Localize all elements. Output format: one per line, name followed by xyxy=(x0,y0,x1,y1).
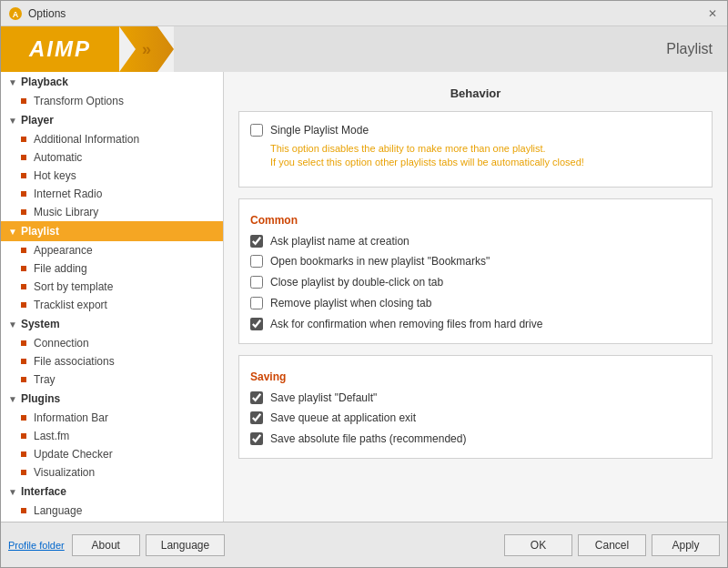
title-text: Options xyxy=(28,7,705,20)
svg-text:A: A xyxy=(13,10,19,19)
saving-option-1: Save queue at application exit xyxy=(250,411,701,426)
save-playlist-checkbox[interactable] xyxy=(250,391,263,404)
cancel-button[interactable]: Cancel xyxy=(578,534,646,556)
sidebar-item-visualization[interactable]: Visualization xyxy=(1,463,223,482)
sidebar-item-hot-keys[interactable]: Hot keys xyxy=(1,167,223,185)
remove-playlist-label: Remove playlist when closing tab xyxy=(270,296,431,311)
app-icon: A xyxy=(8,6,23,21)
chevron-down-icon: ▼ xyxy=(8,394,17,404)
sidebar-item-information-bar[interactable]: Information Bar xyxy=(1,409,223,427)
content-panel: Behavior Single Playlist Mode This optio… xyxy=(224,72,727,522)
sidebar-item-internet-radio[interactable]: Internet Radio xyxy=(1,185,223,203)
sidebar-item-file-adding[interactable]: File adding xyxy=(1,259,223,278)
section-header: Playlist xyxy=(545,26,727,72)
sidebar-item-music-library[interactable]: Music Library xyxy=(1,203,223,221)
sidebar: ▼ Playback Transform Options ▼ Player Ad… xyxy=(1,72,224,522)
chevron-down-icon: ▼ xyxy=(8,77,17,87)
sidebar-group-playlist[interactable]: ▼ Playlist xyxy=(1,221,223,241)
logo-text: AIMP xyxy=(29,36,91,62)
main-content: ▼ Playback Transform Options ▼ Player Ad… xyxy=(1,72,727,522)
close-button[interactable]: ✕ xyxy=(705,6,720,21)
sidebar-group-system[interactable]: ▼ System xyxy=(1,314,223,334)
header-spacer xyxy=(174,26,545,72)
footer: Profile folder About Language OK Cancel … xyxy=(1,522,727,567)
ok-button[interactable]: OK xyxy=(504,534,572,556)
close-playlist-label: Close playlist by double-click on tab xyxy=(270,275,443,290)
ask-playlist-name-checkbox[interactable] xyxy=(250,235,263,248)
common-box: Common Ask playlist name at creation Ope… xyxy=(238,198,713,344)
sidebar-item-automatic[interactable]: Automatic xyxy=(1,148,223,167)
language-button[interactable]: Language xyxy=(146,534,225,556)
single-playlist-checkbox[interactable] xyxy=(250,124,263,137)
section-title: Behavior xyxy=(238,86,713,100)
saving-box: Saving Save playlist "Default" Save queu… xyxy=(238,355,713,459)
sidebar-item-language[interactable]: Language xyxy=(1,502,223,520)
single-playlist-row: Single Playlist Mode xyxy=(250,123,701,138)
sidebar-item-connection[interactable]: Connection xyxy=(1,334,223,352)
common-option-2: Close playlist by double-click on tab xyxy=(250,275,701,290)
bullet-icon xyxy=(21,340,26,346)
footer-left-buttons: About Language xyxy=(72,534,225,556)
bullet-icon xyxy=(21,302,26,308)
open-bookmarks-label: Open bookmarks in new playlist "Bookmark… xyxy=(270,254,490,269)
sidebar-group-playback[interactable]: ▼ Playback xyxy=(1,72,223,92)
bullet-icon xyxy=(21,377,26,382)
ask-confirmation-checkbox[interactable] xyxy=(250,318,263,330)
sidebar-item-file-associations[interactable]: File associations xyxy=(1,352,223,370)
open-bookmarks-checkbox[interactable] xyxy=(250,255,263,268)
close-playlist-checkbox[interactable] xyxy=(250,276,263,289)
sidebar-item-transform-options[interactable]: Transform Options xyxy=(1,92,223,110)
remove-playlist-checkbox[interactable] xyxy=(250,297,263,309)
common-label: Common xyxy=(250,214,701,227)
bullet-icon xyxy=(21,359,26,364)
about-button[interactable]: About xyxy=(72,534,140,556)
sidebar-group-player[interactable]: ▼ Player xyxy=(1,110,223,130)
sidebar-item-additional-information[interactable]: Additional Information xyxy=(1,130,223,148)
chevron-down-icon: ▼ xyxy=(8,487,17,497)
sidebar-item-appearance[interactable]: Appearance xyxy=(1,241,223,259)
sidebar-group-interface[interactable]: ▼ Interface xyxy=(1,482,223,502)
bullet-icon xyxy=(21,470,26,475)
sidebar-item-lastfm[interactable]: Last.fm xyxy=(1,427,223,445)
single-playlist-label: Single Playlist Mode xyxy=(270,123,369,138)
single-playlist-box: Single Playlist Mode This option disable… xyxy=(238,111,713,188)
sidebar-group-plugins[interactable]: ▼ Plugins xyxy=(1,389,223,409)
apply-button[interactable]: Apply xyxy=(652,534,720,556)
single-playlist-desc1: This option disables the ability to make… xyxy=(270,142,701,170)
bullet-icon xyxy=(21,433,26,439)
chevron-down-icon: ▼ xyxy=(8,227,17,237)
save-queue-label: Save queue at application exit xyxy=(270,411,416,426)
common-option-3: Remove playlist when closing tab xyxy=(250,296,701,311)
bullet-icon xyxy=(21,98,26,104)
bullet-icon xyxy=(21,451,26,457)
chevron-down-icon: ▼ xyxy=(8,320,17,330)
saving-label: Saving xyxy=(250,370,701,383)
logo-area: AIMP xyxy=(1,26,119,72)
saving-option-2: Save absolute file paths (recommended) xyxy=(250,431,701,447)
bullet-icon xyxy=(21,415,26,421)
save-playlist-label: Save playlist "Default" xyxy=(270,390,377,406)
ask-confirmation-label: Ask for confirmation when removing files… xyxy=(270,317,542,332)
common-option-1: Open bookmarks in new playlist "Bookmark… xyxy=(250,254,701,269)
sidebar-item-tracklist-export[interactable]: Tracklist export xyxy=(1,296,223,314)
save-absolute-paths-checkbox[interactable] xyxy=(250,432,263,445)
bullet-icon xyxy=(21,248,26,253)
bullet-icon xyxy=(21,155,26,160)
sidebar-item-sort-by-template[interactable]: Sort by template xyxy=(1,278,223,296)
profile-folder-link[interactable]: Profile folder xyxy=(8,540,65,551)
footer-right-buttons: OK Cancel Apply xyxy=(504,534,720,556)
bullet-icon xyxy=(21,284,26,289)
common-option-0: Ask playlist name at creation xyxy=(250,234,701,249)
bullet-icon xyxy=(21,191,26,197)
save-queue-checkbox[interactable] xyxy=(250,411,263,424)
sidebar-item-update-checker[interactable]: Update Checker xyxy=(1,445,223,463)
ask-playlist-name-label: Ask playlist name at creation xyxy=(270,234,410,249)
app-header: AIMP » Playlist xyxy=(1,26,727,72)
bullet-icon xyxy=(21,508,26,513)
options-window: A Options ✕ AIMP » Playlist ▼ Playback xyxy=(0,0,728,568)
bullet-icon xyxy=(21,266,26,271)
sidebar-item-tray[interactable]: Tray xyxy=(1,370,223,389)
saving-option-0: Save playlist "Default" xyxy=(250,390,701,406)
bullet-icon xyxy=(21,173,26,178)
common-option-4: Ask for confirmation when removing files… xyxy=(250,317,701,332)
